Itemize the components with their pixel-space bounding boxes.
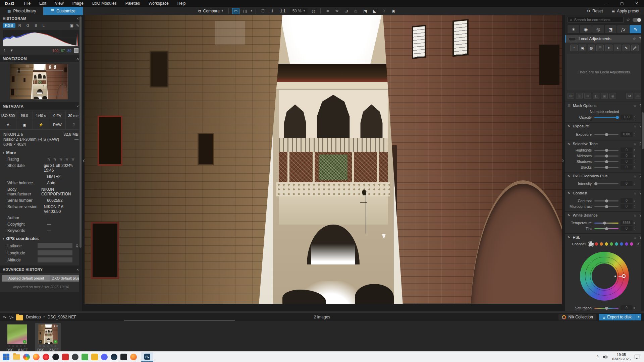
channel-green[interactable] xyxy=(610,242,613,246)
close-icon[interactable]: ✕ xyxy=(76,57,79,61)
close-icon[interactable]: ✕ xyxy=(76,268,79,272)
thumbnail-1[interactable]: ✓ ☆ ☆ ☆ ☆ ☆ DSC_...8.NEF xyxy=(4,323,30,353)
perspective-rectangle-button[interactable]: ⬔ xyxy=(362,8,369,14)
hsl-color-wheel[interactable] xyxy=(565,247,644,305)
channel-magenta[interactable] xyxy=(630,242,633,246)
control-polygon-tool[interactable]: ◑ xyxy=(614,45,621,51)
repair-tool-button[interactable]: ⌇ xyxy=(380,8,388,14)
star-icon[interactable]: ☆ xyxy=(633,124,636,128)
exposure-value[interactable]: 0.00 xyxy=(621,132,633,137)
zoom-level-dropdown[interactable]: 50 % ▾ xyxy=(290,8,308,14)
filter-light-button[interactable]: ☀ xyxy=(568,25,579,33)
taskbar-opera-icon[interactable] xyxy=(43,354,49,360)
altitude-field[interactable] xyxy=(38,257,72,262)
delete-mask-button[interactable]: ▭ xyxy=(635,93,641,99)
eraser-tool[interactable]: 🖉 xyxy=(631,45,639,51)
microcontrast-value[interactable]: 0 xyxy=(621,204,633,209)
image-canvas[interactable]: ‹ › xyxy=(82,15,565,311)
breadcrumb-file[interactable]: DSC_9062.NEF xyxy=(48,315,76,319)
history-entry[interactable]: Applied default preset DXO default plus.… xyxy=(2,275,80,282)
fit-screen-button[interactable]: ⛶ xyxy=(259,8,267,14)
perspective-parallel-button[interactable]: ⏢ xyxy=(352,8,360,14)
contrast-value[interactable]: 0 xyxy=(621,198,633,203)
start-button[interactable] xyxy=(2,353,10,361)
softproof-icon[interactable]: ✎ xyxy=(76,23,79,28)
thumbnail-1-image[interactable]: ✓ xyxy=(7,324,27,344)
star-icon[interactable]: ☆ xyxy=(633,236,636,239)
shadow-clipping-icon[interactable]: ☾ xyxy=(3,48,7,53)
zoom-1-1-button[interactable]: 1:1 xyxy=(278,8,288,14)
breadcrumb-folder[interactable]: Desktop xyxy=(26,315,41,319)
menu-help[interactable]: Help xyxy=(173,0,190,7)
taskbar-explorer-icon[interactable] xyxy=(13,354,20,360)
star-icon[interactable]: ☆ xyxy=(633,214,636,217)
star-icon[interactable]: ☆ xyxy=(633,174,636,178)
crop-tool-button[interactable]: ⌗ xyxy=(324,8,331,14)
taskbar-browser-icon[interactable] xyxy=(23,354,30,360)
channel-tab-b[interactable]: B xyxy=(32,23,39,28)
shadows-slider[interactable] xyxy=(594,160,619,164)
thumbnail-2[interactable]: ✓ ✓ ☆ ☆ ☆ ☆ ☆ DSC_...2.NEF xyxy=(35,323,61,353)
latitude-field[interactable] xyxy=(38,243,72,248)
palette-toggle[interactable] xyxy=(569,37,576,41)
menu-palettes[interactable]: Palettes xyxy=(121,0,144,7)
taskbar-github-icon[interactable] xyxy=(52,354,59,360)
channel-tab-l[interactable]: L xyxy=(40,23,47,28)
microcontrast-slider[interactable] xyxy=(594,204,619,208)
photo-image[interactable] xyxy=(85,15,562,304)
thumbnail-1-stars[interactable]: ☆ ☆ ☆ ☆ ☆ xyxy=(8,345,26,348)
pan-button[interactable]: ✛ xyxy=(269,8,276,14)
single-view-button[interactable]: ▭ xyxy=(232,8,239,14)
control-line-tool[interactable]: ◍ xyxy=(588,45,595,51)
toggle-mask-visibility-button[interactable]: ◉ xyxy=(609,93,616,99)
right-panel-scrollbar[interactable] xyxy=(641,15,644,311)
intensity-value[interactable]: 0 xyxy=(621,181,633,186)
channel-tab-g[interactable]: G xyxy=(24,23,32,28)
apply-preset-button[interactable]: ≣ Apply preset xyxy=(609,8,641,14)
active-corrections-toggle[interactable] xyxy=(633,18,641,22)
highlight-clipping-icon[interactable]: ☀ xyxy=(10,48,13,53)
tint-slider[interactable] xyxy=(594,227,619,231)
compare-button[interactable]: ⧉ Compare ▾ xyxy=(196,8,225,14)
notification-center-icon[interactable] xyxy=(635,355,640,359)
taskbar-app-icon[interactable] xyxy=(62,354,69,360)
blacks-slider[interactable] xyxy=(594,165,619,169)
hue-handle[interactable] xyxy=(622,274,626,278)
show-mask-button[interactable]: ▣ xyxy=(601,93,608,99)
taskbar-discord-icon[interactable] xyxy=(101,354,108,360)
help-icon[interactable]: ? xyxy=(639,37,641,41)
taskbar-app-icon[interactable] xyxy=(72,354,78,360)
horizon-tool-button[interactable]: ⊿ xyxy=(343,8,350,14)
filter-fx-button[interactable]: ƒx xyxy=(617,25,629,33)
close-button[interactable]: ✕ xyxy=(629,0,644,7)
taskbar-app-icon[interactable] xyxy=(91,354,98,360)
map-pin-icon[interactable]: ⚲ xyxy=(72,244,78,248)
auto-mask-tool[interactable]: ◔ xyxy=(570,45,578,51)
perspective-8points-button[interactable]: ⬕ xyxy=(371,8,378,14)
nik-collection-button[interactable]: Nik Collection xyxy=(558,314,596,320)
star-icon[interactable]: ☆ xyxy=(633,191,636,195)
midtones-slider[interactable] xyxy=(594,154,619,158)
shadows-value[interactable]: 0 xyxy=(621,159,633,164)
star-icon[interactable]: ☆ xyxy=(633,142,636,146)
temperature-value[interactable]: 5665 xyxy=(621,220,633,225)
thumbnail-2-stars[interactable]: ☆ ☆ ☆ ☆ ☆ xyxy=(39,345,57,348)
movezoom-viewport-rect[interactable] xyxy=(17,70,63,96)
collapse-right-panel-icon[interactable]: › xyxy=(561,157,565,164)
taskbar-app-icon[interactable] xyxy=(130,354,137,360)
movezoom-preview[interactable] xyxy=(10,64,68,100)
split-view-button[interactable]: ◫ xyxy=(241,8,249,14)
star-icon[interactable]: ☆ xyxy=(633,104,636,108)
tab-customize[interactable]: ☰ Customize xyxy=(43,7,83,15)
contrast-slider[interactable] xyxy=(594,199,619,203)
filter-detail-button[interactable]: ◎ xyxy=(592,25,604,33)
reset-local-button[interactable]: ↺ xyxy=(626,93,633,99)
filter-funnel-icon[interactable]: ▽▾ xyxy=(9,315,13,319)
taskbar-clock[interactable]: 19:05 03/09/2025 xyxy=(612,353,631,361)
favorites-star-icon[interactable]: ☆ xyxy=(626,17,630,22)
export-to-disk-button[interactable]: ⤓ Export to disk xyxy=(599,314,636,320)
edit-date-icon[interactable]: ✎ xyxy=(70,163,73,168)
search-box[interactable]: ⌕ xyxy=(568,17,624,23)
monitor-icon[interactable]: ▣ xyxy=(70,23,73,28)
wb-picker-button[interactable]: ✑ xyxy=(333,8,341,14)
